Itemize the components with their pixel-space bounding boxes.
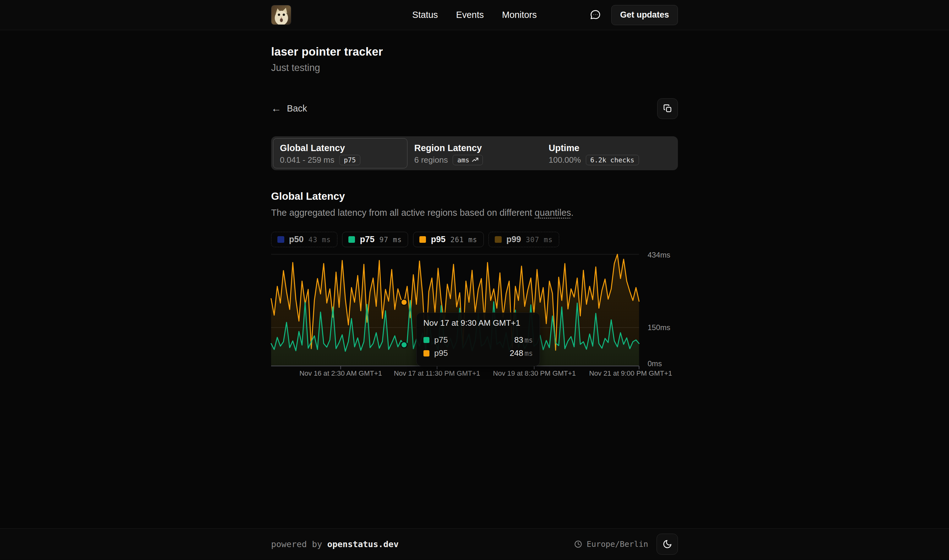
tab-subtitle: 100.00% [549, 155, 581, 165]
tooltip-series-label: p75 [434, 335, 448, 345]
legend-value: 97 ms [380, 235, 402, 244]
checks-badge: 6.2k checks [586, 155, 639, 165]
p95-swatch [423, 350, 429, 356]
trending-up-icon [472, 157, 478, 163]
tab-title: Uptime [549, 143, 669, 153]
openstatus-link[interactable]: openstatus.dev [327, 539, 398, 549]
tab-subtitle: 0.041 - 259 ms [280, 155, 334, 165]
tooltip-series-value: 83ms [514, 335, 533, 345]
timezone-label: Europe/Berlin [586, 540, 648, 549]
legend-value: 307 ms [526, 235, 553, 244]
tab-region-latency[interactable]: Region Latency 6 regions ams [408, 138, 542, 168]
legend-label: p75 [360, 235, 374, 245]
nav-link-monitors[interactable]: Monitors [502, 10, 537, 20]
p75-swatch [348, 236, 355, 243]
tooltip-row-p75: p75 83ms [423, 333, 533, 346]
region-badge-label: ams [457, 156, 469, 164]
tooltip-timestamp: Nov 17 at 9:30 AM GMT+1 [423, 318, 533, 328]
x-axis: Nov 16 at 2:30 AM GMT+1 Nov 17 at 11:30 … [271, 366, 639, 378]
p99-swatch [495, 236, 501, 243]
legend-label: p99 [506, 235, 521, 245]
theme-toggle-button[interactable] [657, 534, 678, 555]
tab-subtitle: 6 regions [414, 155, 448, 165]
legend-pill-p95[interactable]: p95 261 ms [413, 232, 484, 247]
legend-label: p50 [289, 235, 303, 245]
quantile-badge: p75 [339, 155, 360, 165]
powered-prefix: powered by [271, 539, 327, 549]
legend-pill-p50[interactable]: p50 43 ms [271, 232, 337, 247]
nav-link-events[interactable]: Events [456, 10, 484, 20]
value-number: 248 [509, 348, 523, 358]
y-tick-mid: 150ms [648, 323, 670, 332]
moon-icon [663, 539, 672, 549]
p75-swatch [423, 337, 429, 343]
cat-avatar-icon [271, 5, 291, 25]
legend-pill-p75[interactable]: p75 97 ms [342, 232, 408, 247]
copy-link-button[interactable] [657, 98, 678, 119]
top-nav: Status Events Monitors Get updates [0, 0, 949, 30]
tooltip-row-p95: p95 248ms [423, 347, 533, 360]
quantiles-term-link[interactable]: quantiles [535, 208, 571, 218]
timezone-indicator: Europe/Berlin [574, 540, 648, 549]
page-subtitle: Just testing [271, 62, 678, 74]
legend-value: 261 ms [451, 235, 477, 244]
main-content: laser pointer tracker Just testing ← Bac… [0, 30, 949, 528]
back-label: Back [287, 103, 307, 114]
x-tick-label: Nov 17 at 11:30 PM GMT+1 [394, 369, 480, 377]
arrow-left-icon: ← [271, 103, 281, 114]
clock-icon [574, 540, 582, 548]
chart-legend: p50 43 ms p75 97 ms p95 261 ms p99 307 m… [271, 232, 678, 247]
copy-icon [663, 104, 672, 113]
powered-by: powered by openstatus.dev [271, 539, 398, 549]
tooltip-series-label: p95 [434, 348, 448, 358]
y-axis: 434ms 150ms 0ms [648, 251, 678, 366]
page-footer: powered by openstatus.dev Europe/Berlin [0, 528, 949, 560]
tab-title: Global Latency [280, 143, 400, 153]
y-tick-zero: 0ms [648, 359, 662, 368]
value-unit: ms [524, 336, 533, 344]
x-tick-label: Nov 19 at 8:30 PM GMT+1 [493, 369, 576, 377]
description-text: The aggregated latency from all active r… [271, 208, 535, 218]
tab-global-latency[interactable]: Global Latency 0.041 - 259 ms p75 [273, 138, 408, 168]
status-page-logo[interactable] [271, 5, 291, 25]
p95-swatch [419, 236, 426, 243]
feedback-chat-button[interactable] [588, 8, 602, 22]
value-number: 83 [514, 335, 523, 345]
section-heading: Global Latency [271, 190, 678, 202]
tooltip-series-value: 248ms [509, 348, 533, 358]
tab-uptime[interactable]: Uptime 100.00% 6.2k checks [541, 138, 676, 168]
x-tick-label: Nov 16 at 2:30 AM GMT+1 [299, 369, 382, 377]
legend-value: 43 ms [309, 235, 331, 244]
legend-label: p95 [431, 235, 445, 245]
tab-title: Region Latency [414, 143, 535, 153]
get-updates-button[interactable]: Get updates [611, 5, 678, 25]
section-description: The aggregated latency from all active r… [271, 208, 678, 218]
value-unit: ms [524, 349, 533, 357]
region-badge: ams [453, 155, 483, 165]
x-tick-label: Nov 21 at 9:00 PM GMT+1 [589, 369, 672, 377]
nav-links: Status Events Monitors [412, 10, 537, 20]
chart-tooltip: Nov 17 at 9:30 AM GMT+1 p75 83ms p95 248… [416, 312, 540, 366]
speech-bubble-dots-icon [590, 9, 601, 21]
page-title: laser pointer tracker [271, 45, 678, 58]
back-button[interactable]: ← Back [271, 103, 307, 114]
y-tick-max: 434ms [648, 251, 670, 259]
nav-link-status[interactable]: Status [412, 10, 438, 20]
legend-pill-p99[interactable]: p99 307 ms [489, 232, 559, 247]
latency-chart[interactable]: 434ms 150ms 0ms Nov 16 at 2:30 AM GMT+1 … [271, 251, 678, 379]
p50-swatch [277, 236, 284, 243]
description-period: . [571, 208, 574, 218]
metric-tabs: Global Latency 0.041 - 259 ms p75 Region… [271, 136, 678, 170]
